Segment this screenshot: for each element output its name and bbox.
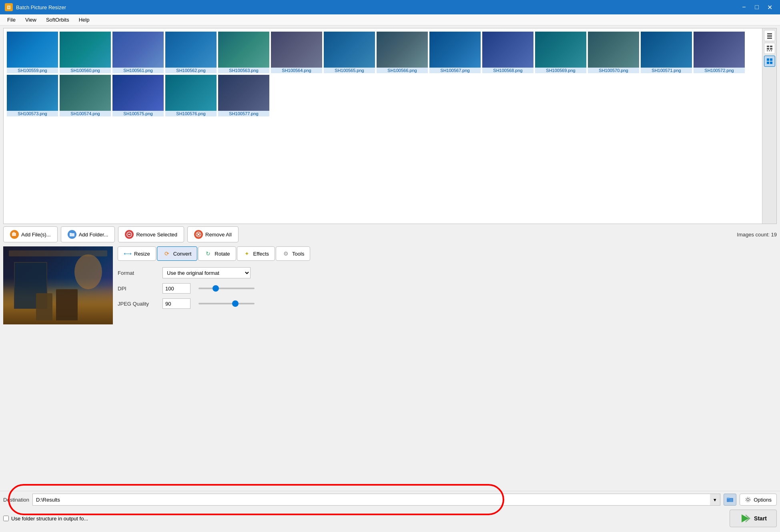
jpeg-quality-slider-track[interactable]	[199, 303, 255, 304]
tab-tools[interactable]: ⚙ Tools	[276, 246, 310, 261]
gallery-sidebar	[762, 28, 776, 224]
tab-rotate[interactable]: ↻ Rotate	[198, 246, 236, 261]
destination-bar: Destination ▾ Options	[0, 491, 780, 508]
gallery-item-1[interactable]: SH100560.png	[60, 32, 111, 73]
menu-view[interactable]: View	[21, 16, 40, 24]
destination-dropdown-button[interactable]: ▾	[710, 494, 720, 506]
gallery-item-5[interactable]: SH100564.png	[271, 32, 322, 73]
svg-rect-3	[767, 38, 772, 39]
gallery-item-label-10: SH100569.png	[535, 68, 586, 73]
gallery-item-9[interactable]: SH100568.png	[482, 32, 533, 73]
menu-help[interactable]: Help	[75, 16, 94, 24]
title-bar: 🖼 Batch Picture Resizer − □ ✕	[0, 0, 780, 14]
svg-rect-13	[767, 62, 769, 64]
gallery-item-3[interactable]: SH100562.png	[165, 32, 217, 73]
gallery-item-15[interactable]: SH100574.png	[60, 75, 111, 116]
svg-point-27	[747, 498, 749, 501]
dpi-slider-track[interactable]	[199, 288, 255, 289]
menu-file[interactable]: File	[3, 16, 20, 24]
add-folder-button[interactable]: Add Folder...	[61, 226, 115, 242]
gallery-item-13[interactable]: SH100572.png	[694, 32, 745, 73]
dpi-label: DPI	[118, 286, 158, 292]
tab-effects-label: Effects	[253, 251, 269, 257]
gallery-item-label-13: SH100572.png	[694, 68, 745, 73]
format-select[interactable]: Use the original format JPEG PNG BMP TIF…	[162, 267, 251, 278]
tab-resize[interactable]: ⟷ Resize	[118, 246, 156, 261]
gallery-item-label-18: SH100577.png	[218, 111, 269, 116]
sidebar-list-view-button[interactable]	[764, 30, 775, 41]
gallery-item-16[interactable]: SH100575.png	[112, 75, 164, 116]
svg-rect-15	[12, 233, 16, 236]
maximize-button[interactable]: □	[751, 2, 762, 13]
gallery-item-label-16: SH100575.png	[112, 111, 164, 116]
folder-structure-checkbox[interactable]	[3, 516, 9, 521]
remove-selected-button[interactable]: Remove Selected	[118, 226, 184, 242]
svg-rect-11	[767, 58, 769, 61]
remove-selected-icon	[125, 230, 134, 239]
options-gear-icon	[745, 496, 751, 503]
jpeg-quality-label: JPEG Quality	[118, 301, 158, 307]
format-label: Format	[118, 270, 158, 276]
add-files-label: Add File(s)...	[21, 232, 51, 238]
tab-convert[interactable]: ⟳ Convert	[157, 246, 198, 261]
close-button[interactable]: ✕	[764, 2, 775, 13]
gallery-item-label-1: SH100560.png	[60, 68, 111, 73]
gallery-item-label-0: SH100559.png	[7, 68, 58, 73]
tabs-bar: ⟷ Resize ⟳ Convert ↻ Rotate ✦ Effects ⚙	[118, 246, 777, 261]
sidebar-detail-view-button[interactable]	[764, 43, 775, 54]
svg-rect-9	[769, 50, 770, 51]
tools-icon: ⚙	[282, 250, 290, 258]
start-icon	[740, 513, 751, 524]
image-gallery: SH100559.pngSH100560.pngSH100561.pngSH10…	[3, 28, 777, 224]
jpeg-quality-input[interactable]	[162, 298, 190, 309]
gallery-item-6[interactable]: SH100565.png	[324, 32, 375, 73]
svg-rect-17	[70, 233, 74, 236]
gallery-item-2[interactable]: SH100561.png	[112, 32, 164, 73]
remove-all-icon	[194, 230, 203, 239]
add-files-button[interactable]: Add File(s)...	[3, 226, 58, 242]
gallery-item-4[interactable]: SH100563.png	[218, 32, 269, 73]
add-folder-label: Add Folder...	[79, 232, 108, 238]
gallery-item-0[interactable]: SH100559.png	[7, 32, 58, 73]
gallery-item-label-6: SH100565.png	[324, 68, 375, 73]
effects-icon: ✦	[243, 250, 251, 258]
gallery-item-12[interactable]: SH100571.png	[641, 32, 692, 73]
settings-form: Format Use the original format JPEG PNG …	[118, 264, 777, 312]
sidebar-grid-view-button[interactable]	[764, 56, 775, 67]
destination-input[interactable]	[32, 494, 720, 506]
gallery-item-10[interactable]: SH100569.png	[535, 32, 586, 73]
gallery-item-7[interactable]: SH100566.png	[377, 32, 428, 73]
svg-rect-7	[770, 48, 772, 50]
folder-structure-label: Use folder structure in output fo...	[11, 516, 88, 522]
tab-convert-label: Convert	[173, 251, 192, 257]
format-row: Format Use the original format JPEG PNG …	[118, 267, 777, 278]
dpi-input[interactable]	[162, 283, 190, 294]
menu-softorbits[interactable]: SoftOrbits	[42, 16, 73, 24]
gallery-item-label-17: SH100576.png	[165, 111, 217, 116]
options-button[interactable]: Options	[740, 494, 777, 506]
settings-area: ⟷ Resize ⟳ Convert ↻ Rotate ✦ Effects ⚙	[118, 246, 777, 489]
gallery-item-label-12: SH100571.png	[641, 68, 692, 73]
remove-selected-label: Remove Selected	[136, 232, 177, 238]
resize-icon: ⟷	[124, 250, 132, 258]
gallery-item-label-15: SH100574.png	[60, 111, 111, 116]
svg-rect-25	[727, 498, 730, 499]
minimize-button[interactable]: −	[738, 2, 750, 13]
tab-effects[interactable]: ✦ Effects	[237, 246, 275, 261]
gallery-item-18[interactable]: SH100577.png	[218, 75, 269, 116]
jpeg-quality-slider-thumb[interactable]	[232, 300, 239, 307]
gallery-item-8[interactable]: SH100567.png	[429, 32, 481, 73]
start-button[interactable]: Start	[730, 510, 777, 527]
gallery-item-17[interactable]: SH100576.png	[165, 75, 217, 116]
menu-bar: File View SoftOrbits Help	[0, 14, 780, 26]
remove-all-button[interactable]: Remove All	[187, 226, 239, 242]
gallery-item-14[interactable]: SH100573.png	[7, 75, 58, 116]
gallery-item-label-2: SH100561.png	[112, 68, 164, 73]
gallery-item-label-3: SH100562.png	[165, 68, 217, 73]
svg-rect-16	[13, 232, 15, 233]
dpi-slider-thumb[interactable]	[213, 285, 219, 292]
svg-rect-1	[767, 35, 772, 36]
gallery-item-11[interactable]: SH100570.png	[588, 32, 639, 73]
destination-browse-button[interactable]	[724, 494, 736, 506]
bottom-panel: ⟷ Resize ⟳ Convert ↻ Rotate ✦ Effects ⚙	[0, 245, 780, 491]
